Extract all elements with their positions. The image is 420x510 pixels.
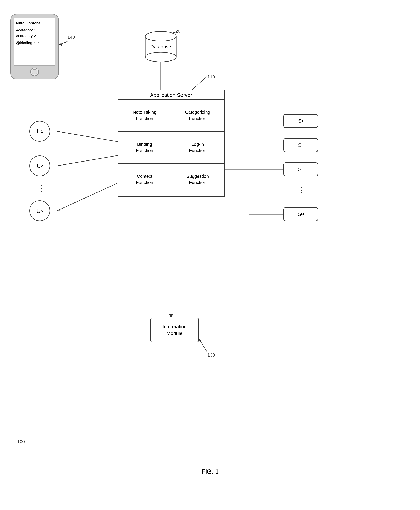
svg-line-9 [57,183,118,211]
svg-line-24 [199,339,207,352]
app-server-title: Application Server [118,90,224,99]
fig-caption: FIG. 1 [201,468,219,475]
server-box-m: SM [284,207,318,221]
svg-line-8 [57,155,118,166]
category2-label: #category 2 [16,33,53,39]
label-130: 130 [207,352,215,358]
note-taking-function: Note TakingFunction [118,99,171,131]
diagram-container: Note Content #category 1 #category 2 @bi… [0,0,420,510]
user-circle-2: U2 [29,155,50,176]
binding-function: BindingFunction [118,131,171,163]
svg-marker-25 [199,339,201,342]
server-dots: ⋮ [297,185,306,194]
mobile-home-button [30,67,39,76]
note-content-label: Note Content [16,20,53,26]
context-function: ContextFunction [118,163,171,195]
label-140: 140 [68,35,75,40]
svg-point-28 [145,31,176,41]
label-110: 110 [207,74,215,80]
label-100: 100 [17,439,25,444]
user-dots: ⋮ [37,183,46,193]
mobile-button-inner [32,69,37,74]
info-module: InformationModule [150,318,199,342]
svg-marker-1 [59,43,62,46]
suggestion-function: SuggestionFunction [171,163,224,195]
user-circle-1: U1 [29,121,50,142]
server-box-2: S2 [284,138,318,152]
functions-grid: Note TakingFunction CategorizingFunction… [118,99,224,195]
svg-text:Database: Database [150,44,171,49]
login-function: Log-inFunction [171,131,224,163]
app-server: Application Server Note TakingFunction C… [118,90,225,197]
mobile-device: Note Content #category 1 #category 2 @bi… [10,14,59,80]
svg-line-0 [59,41,68,45]
user-circle-n: UN [29,200,50,221]
svg-line-4 [190,76,207,92]
svg-point-29 [145,52,176,62]
category1-label: #category 1 [16,27,53,33]
binding-rule-label: @binding rule [16,40,53,46]
categorizing-function: CategorizingFunction [171,99,224,131]
server-box-3: S3 [284,163,318,176]
svg-line-7 [57,131,118,142]
label-120: 120 [173,29,180,34]
svg-marker-26 [169,314,173,318]
mobile-screen: Note Content #category 1 #category 2 @bi… [14,18,55,66]
server-box-1: S1 [284,114,318,128]
